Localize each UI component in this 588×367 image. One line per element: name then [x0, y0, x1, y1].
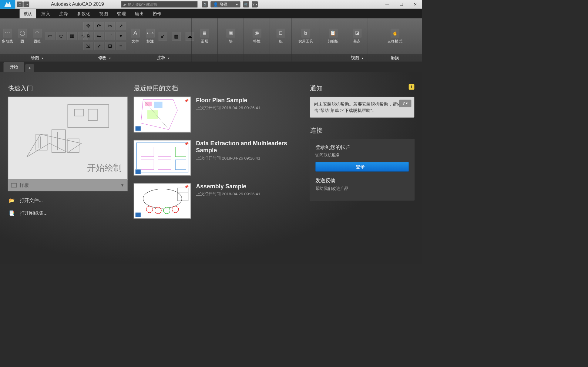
recent-item[interactable]: 📌 Data Extraction and Multileaders Sampl… — [134, 140, 304, 176]
panel-clipboard-title[interactable] — [320, 54, 346, 62]
rect-icon[interactable]: ▭ — [45, 32, 55, 40]
maximize-button[interactable]: ☐ — [394, 0, 408, 9]
tab-default[interactable]: 默认 — [20, 9, 36, 18]
recent-item[interactable]: 📌 Assembly Sample 上次打开时间 2018-04-26 09:2… — [134, 183, 304, 219]
notification-help-button[interactable]: ? ▾ — [399, 100, 411, 107]
pin-icon[interactable]: 📌 — [184, 185, 189, 189]
signin-title: 登录到您的帐户 — [315, 144, 409, 151]
recent-thumbnail: 📌 — [134, 97, 191, 133]
qat-new-icon[interactable]: ▢ — [17, 2, 23, 7]
tab-collab[interactable]: 协作 — [149, 9, 166, 18]
recent-item[interactable]: 📌 Floor Plan Sample 上次打开时间 2018-04-26 09… — [134, 97, 304, 133]
feedback-title: 发送反馈 — [315, 177, 409, 184]
tool-block[interactable]: ▣块 — [224, 29, 237, 44]
tool-circle[interactable]: ◯圆 — [16, 29, 29, 44]
tool-group[interactable]: ⊡组 — [274, 29, 287, 44]
connect-title: 连接 — [310, 126, 415, 135]
explode-icon[interactable]: ✦ — [116, 32, 126, 40]
help-icon[interactable]: ? — [252, 1, 258, 7]
svg-rect-4 — [52, 130, 66, 153]
svg-rect-2 — [88, 109, 97, 121]
tool-arc[interactable]: ◠圆弧 — [31, 29, 44, 44]
qat-dropdown-icon[interactable] — [24, 2, 29, 7]
svg-rect-19 — [141, 160, 154, 170]
app-logo[interactable] — [0, 0, 15, 9]
tab-view[interactable]: 视图 — [95, 9, 112, 18]
ellipse-icon[interactable]: ⬭ — [56, 32, 66, 40]
rotate-icon[interactable]: ⟳ — [94, 22, 104, 30]
panel-view-title[interactable]: 视图 — [346, 54, 368, 62]
trim-icon[interactable]: ✂ — [105, 22, 115, 30]
svg-rect-18 — [175, 147, 186, 157]
dimension-icon: ⟷ — [146, 29, 155, 38]
minimize-button[interactable]: — — [380, 0, 394, 9]
user-icon: 👤 — [213, 2, 218, 7]
leader-icon[interactable]: ↙ — [158, 32, 167, 41]
recent-thumbnail: 📌 — [134, 140, 191, 176]
notification-text: 尚未安装脱机帮助。若要安装脱机帮助，请依次单击"帮助"菜单 >"下载脱机帮助"。 — [314, 102, 410, 113]
move-icon[interactable]: ✥ — [83, 22, 93, 30]
utilities-icon: 🖩 — [301, 29, 310, 38]
mirror-icon[interactable]: ⇋ — [94, 32, 104, 40]
tool-dimension[interactable]: ⟷标注 — [144, 29, 157, 44]
tab-annotate[interactable]: 注释 — [55, 9, 72, 18]
tool-polyline[interactable]: 〰多段线 — [1, 29, 14, 44]
template-dropdown[interactable]: 样板 ▼ — [8, 180, 128, 191]
panel-touch-title[interactable]: 触摸 — [368, 54, 422, 62]
doc-tab-add[interactable]: + — [25, 64, 34, 72]
panel-properties-title[interactable] — [244, 54, 270, 62]
signin-button[interactable]: 登录... — [315, 162, 409, 172]
offset-icon[interactable]: ≡ — [116, 42, 126, 50]
close-button[interactable]: ✕ — [408, 0, 422, 9]
recent-meta: 上次打开时间 2018-04-26 09:26:41 — [196, 155, 304, 161]
base-icon: ◪ — [353, 29, 361, 38]
open-file-button[interactable]: 📂 打开文件... — [8, 197, 128, 204]
start-page: 快速入门 开始绘制 — [0, 72, 422, 264]
copy-icon[interactable]: ⎘ — [83, 32, 93, 40]
tool-select[interactable]: ☝选择模式 — [388, 29, 402, 44]
search-placeholder: 键入关键字或短语 — [127, 2, 157, 7]
ribbon: ╱直线 〰多段线 ◯圆 ◠圆弧 ▭ ⬭ ▦ ∿ 绘图 ✥ ⟳ ✂ ↗ ⎘ ⇋ ⌒… — [0, 18, 422, 62]
search-input[interactable]: ▶ 键入关键字或短语 — [121, 1, 197, 7]
tool-clipboard[interactable]: 📋剪贴板 — [327, 29, 340, 44]
svg-point-22 — [143, 189, 182, 208]
binoculars-icon[interactable]: 🔭 — [202, 1, 208, 7]
fillet-icon[interactable]: ⌒ — [105, 32, 115, 40]
tool-layers[interactable]: ≣图层 — [198, 29, 211, 44]
pin-icon[interactable]: 📌 — [184, 99, 189, 103]
table-icon[interactable]: ▦ — [172, 32, 181, 41]
tool-properties[interactable]: ◉特性 — [250, 29, 263, 44]
doc-tab-start[interactable]: 开始 — [3, 62, 24, 72]
tab-output[interactable]: 输出 — [131, 9, 148, 18]
panel-group-title[interactable] — [270, 54, 291, 62]
array-icon[interactable]: ⊞ — [105, 42, 115, 50]
stretch-icon[interactable]: ⇲ — [83, 42, 93, 50]
panel-modify-title[interactable]: 修改 — [74, 54, 135, 62]
panel-draw-title[interactable]: 绘图 — [0, 54, 74, 62]
panel-annotate-title[interactable]: 注释 — [135, 54, 191, 62]
tab-manage[interactable]: 管理 — [113, 9, 130, 18]
arc-icon: ◠ — [33, 29, 42, 38]
pin-icon[interactable]: 📌 — [184, 142, 189, 146]
tab-insert[interactable]: 插入 — [37, 9, 54, 18]
exchange-icon[interactable]: 🛒 — [243, 1, 249, 7]
tool-text[interactable]: A文字 — [129, 29, 142, 44]
connect-panel: 登录到您的帐户 访问联机服务 登录... 发送反馈 帮助我们改进产品 — [310, 139, 415, 200]
panel-utilities-title[interactable] — [292, 54, 320, 62]
tool-utilities[interactable]: 🖩实用工具 — [298, 29, 313, 44]
svg-rect-27 — [177, 188, 188, 201]
open-sheetset-button[interactable]: 📑 打开图纸集... — [8, 210, 128, 217]
tool-base[interactable]: ◪基点 — [351, 29, 364, 44]
extend-icon[interactable]: ↗ — [116, 22, 126, 30]
recent-thumbnail: 📌 — [134, 183, 191, 219]
panel-block-title[interactable] — [218, 54, 244, 62]
svg-rect-15 — [137, 143, 188, 173]
scale-icon[interactable]: ⤢ — [94, 42, 104, 50]
start-drawing-card[interactable]: 开始绘制 — [8, 97, 128, 180]
signin-menu[interactable]: 👤 登录 ▾ — [211, 1, 240, 7]
recent-title: 最近使用的文档 — [134, 84, 304, 93]
panel-layers-title[interactable] — [192, 54, 217, 62]
dwg-badge-icon — [135, 169, 141, 174]
tab-parametric[interactable]: 参数化 — [73, 9, 94, 18]
recent-meta: 上次打开时间 2018-04-26 09:26:41 — [196, 191, 260, 197]
